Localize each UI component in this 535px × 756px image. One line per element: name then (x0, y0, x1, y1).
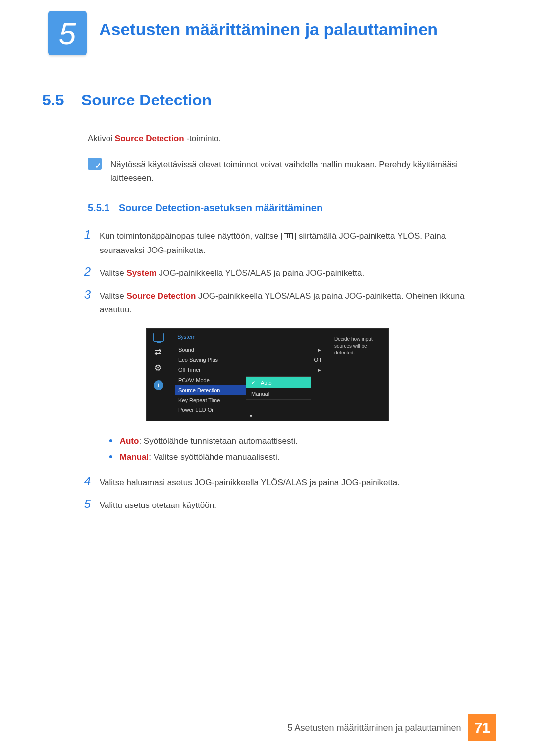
bullet-text: Manual: Valitse syöttölähde manuaalisest… (120, 450, 280, 465)
check-icon (251, 379, 258, 386)
osd-label: PC/AV Mode (178, 377, 210, 383)
footer: 5 Asetusten määrittäminen ja palauttamin… (287, 714, 496, 741)
step3-emph: Source Detection (127, 291, 196, 301)
osd-row-sound: Sound▸ (177, 345, 322, 355)
step-2: 2 Valitse System JOG-painikkeella YLÖS/A… (79, 265, 493, 281)
bullet-list: • Auto: Syöttölähde tunnistetaan automaa… (109, 433, 493, 465)
bullet-text: Auto: Syöttölähde tunnistetaan automaatt… (120, 433, 298, 449)
step-4: 4 Valitse haluamasi asetus JOG-painikkee… (79, 474, 493, 490)
note-icon (88, 158, 102, 170)
step-number: 5 (79, 497, 91, 513)
page-number: 71 (468, 714, 496, 741)
osd-popup-label: Manual (251, 391, 269, 397)
subsection-number: 5.5.1 (88, 202, 109, 213)
step-text: Kun toimintonäppäinopas tulee näyttöön, … (100, 228, 493, 258)
osd-popup-label: Auto (261, 380, 272, 386)
osd-row-offtimer: Off Timer▸ (177, 365, 322, 375)
note: Näytössä käytettävissä olevat toiminnot … (88, 158, 493, 185)
step-text: Valitse System JOG-painikkeella YLÖS/ALA… (100, 265, 364, 281)
osd-category: System (177, 334, 322, 340)
bullet-rest: : Valitse syöttölähde manuaalisesti. (149, 453, 279, 462)
osd-label: Eco Saving Plus (178, 357, 218, 363)
osd-sidebar: i (147, 329, 170, 421)
osd-label: Key Repeat Time (178, 397, 220, 403)
bullet-rest: : Syöttölähde tunnistetaan automaattises… (139, 436, 297, 446)
step-text: Valitse Source Detection JOG-painikkeell… (100, 288, 493, 318)
step-number: 2 (79, 265, 91, 281)
step2-post: JOG-painikkeella YLÖS/ALAS ja paina JOG-… (157, 268, 364, 278)
step-1: 1 Kun toimintonäppäinopas tulee näyttöön… (79, 228, 493, 258)
gear-icon (153, 364, 164, 373)
step1-pre: Kun toimintonäppäinopas tulee näyttöön, … (100, 231, 283, 241)
info-icon: i (154, 380, 163, 390)
osd-value: ▸ (318, 347, 321, 353)
osd-label: Off Timer (178, 367, 201, 373)
subsection-title: Source Detection-asetuksen määrittäminen (119, 202, 322, 213)
monitor-icon (153, 333, 164, 342)
step2-emph: System (127, 268, 157, 278)
chapter-title: Asetusten määrittäminen ja palauttaminen (99, 20, 438, 39)
osd-popup-auto: Auto (246, 377, 311, 388)
menu-icon (284, 233, 293, 239)
chapter-number-badge: 5 (48, 11, 87, 55)
section-title: Source Detection (81, 91, 212, 109)
osd-screenshot: i System Sound▸ Eco Saving PlusOff Off T… (146, 328, 389, 421)
bullet-dot-icon: • (109, 450, 113, 465)
intro-pre: Aktivoi (88, 134, 115, 143)
step3-pre: Valitse (100, 291, 127, 301)
step-number: 3 (79, 288, 91, 318)
section-heading: 5.5 Source Detection (42, 91, 493, 109)
bullet-emph: Manual (120, 453, 149, 462)
osd-row-eco: Eco Saving PlusOff (177, 355, 322, 365)
bullet-dot-icon: • (109, 433, 113, 449)
osd-popup-manual: Manual (246, 388, 311, 399)
step2-pre: Valitse (100, 268, 127, 278)
osd-popup: Auto Manual (246, 376, 311, 400)
chevron-down-icon: ▾ (250, 413, 252, 419)
note-text: Näytössä käytettävissä olevat toiminnot … (110, 158, 493, 185)
step-text: Valittu asetus otetaan käyttöön. (100, 497, 216, 513)
step-3: 3 Valitse Source Detection JOG-painikkee… (79, 288, 493, 318)
intro-emph: Source Detection (115, 134, 184, 143)
step-5: 5 Valittu asetus otetaan käyttöön. (79, 497, 493, 513)
intro-post: -toiminto. (184, 134, 221, 143)
subsection-heading: 5.5.1 Source Detection-asetuksen määritt… (88, 202, 493, 214)
osd-value: Off (314, 357, 321, 363)
bullet-auto: • Auto: Syöttölähde tunnistetaan automaa… (109, 433, 493, 449)
step-number: 1 (79, 228, 91, 258)
content-area: 5.5 Source Detection Aktivoi Source Dete… (42, 91, 493, 520)
osd-help-text: Decide how input sources will be detecte… (329, 329, 388, 421)
footer-text: 5 Asetusten määrittäminen ja palauttamin… (287, 723, 461, 733)
section-number: 5.5 (42, 91, 64, 109)
osd-label: Power LED On (178, 407, 214, 413)
osd-value: ▸ (318, 367, 321, 373)
step-text: Valitse haluamasi asetus JOG-painikkeell… (100, 474, 400, 490)
bullet-emph: Auto (120, 436, 139, 446)
osd-label: Sound (178, 347, 194, 353)
osd-menu: System Sound▸ Eco Saving PlusOff Off Tim… (170, 329, 329, 421)
step-number: 4 (79, 474, 91, 490)
osd-label: Source Detection (178, 387, 220, 393)
intro-paragraph: Aktivoi Source Detection -toiminto. (88, 132, 493, 145)
page: 5 Asetusten määrittäminen ja palauttamin… (0, 0, 535, 756)
bullet-manual: • Manual: Valitse syöttölähde manuaalise… (109, 450, 493, 465)
arrows-icon (153, 349, 164, 357)
